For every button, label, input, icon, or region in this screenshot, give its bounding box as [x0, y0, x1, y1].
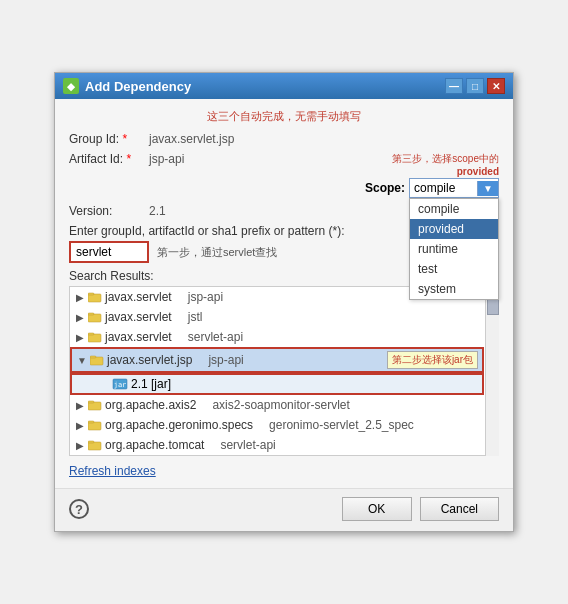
group-id-row: Group Id: * javax.servlet.jsp [69, 132, 499, 146]
dialog-title: Add Dependency [85, 79, 191, 94]
result-item-r4-text: javax.servlet.jsp jsp-api [107, 353, 381, 367]
folder-icon-r5 [88, 399, 102, 411]
result-item-r2-text: javax.servlet jstl [105, 310, 480, 324]
search-input[interactable] [69, 241, 149, 263]
result-item-org-apache-geronimo[interactable]: ▶ org.apache.geronimo.specs geronimo-ser… [70, 415, 484, 435]
scope-option-system[interactable]: system [410, 279, 498, 299]
artifact-id-required: * [126, 152, 131, 166]
version-label: Version: [69, 204, 149, 218]
expand-icon-r1: ▶ [74, 291, 86, 303]
svg-rect-1 [88, 293, 94, 295]
jar-item-2-1[interactable]: jar 2.1 [jar] [70, 373, 484, 395]
expand-icon-r3: ▶ [74, 331, 86, 343]
refresh-indexes-link[interactable]: Refresh indexes [69, 464, 156, 478]
dialog-icon: ◆ [63, 78, 79, 94]
folder-icon-r7 [88, 439, 102, 451]
dialog-body: 这三个自动完成，无需手动填写 Group Id: * javax.servlet… [55, 99, 513, 488]
footer: ? OK Cancel [55, 488, 513, 531]
search-hint: 第一步，通过servlet查找 [157, 245, 277, 260]
scope-option-compile[interactable]: compile [410, 199, 498, 219]
svg-rect-3 [88, 313, 94, 315]
result-item-javax-servlet-jsp-jsp-api[interactable]: ▼ javax.servlet.jsp jsp-api 第二步选择该jar包 [70, 347, 484, 373]
footer-buttons: OK Cancel [342, 497, 499, 521]
folder-icon-r6 [88, 419, 102, 431]
auto-fill-hint: 这三个自动完成，无需手动填写 [69, 109, 499, 124]
svg-rect-13 [88, 421, 94, 423]
scrollbar[interactable] [485, 286, 499, 456]
scope-option-provided[interactable]: provided [410, 219, 498, 239]
result-item-r5-text: org.apache.axis2 axis2-soapmonitor-servl… [105, 398, 480, 412]
result-item-javax-servlet-jstl[interactable]: ▶ javax.servlet jstl [70, 307, 484, 327]
svg-text:jar: jar [114, 381, 127, 389]
annotation-step2: 第二步选择该jar包 [387, 351, 478, 369]
artifact-id-label: Artifact Id: * [69, 152, 149, 166]
folder-icon-r2 [88, 311, 102, 323]
ok-button[interactable]: OK [342, 497, 412, 521]
result-item-org-apache-tomcat[interactable]: ▶ org.apache.tomcat servlet-api [70, 435, 484, 455]
expand-icon-r7: ▶ [74, 439, 86, 451]
folder-icon-r1 [88, 291, 102, 303]
scope-panel: 第三步，选择scope中的 provided Scope: compile ▼ … [365, 152, 499, 198]
svg-rect-15 [88, 441, 94, 443]
artifact-id-value: jsp-api [149, 152, 355, 166]
expand-icon-r5: ▶ [74, 399, 86, 411]
svg-rect-7 [90, 356, 96, 358]
result-item-org-apache-axis2[interactable]: ▶ org.apache.axis2 axis2-soapmonitor-ser… [70, 395, 484, 415]
svg-rect-5 [88, 333, 94, 335]
scope-option-test[interactable]: test [410, 259, 498, 279]
result-item-javax-servlet-servlet-api[interactable]: ▶ javax.servlet servlet-api [70, 327, 484, 347]
result-item-r6-text: org.apache.geronimo.specs geronimo-servl… [105, 418, 480, 432]
cancel-button[interactable]: Cancel [420, 497, 499, 521]
scope-option-runtime[interactable]: runtime [410, 239, 498, 259]
title-bar: ◆ Add Dependency — □ ✕ [55, 73, 513, 99]
results-wrapper: ▶ javax.servlet jsp-api ▶ [69, 286, 499, 456]
svg-rect-11 [88, 401, 94, 403]
scope-dropdown-button[interactable]: compile ▼ [409, 178, 499, 198]
scope-selected-value: compile [410, 179, 477, 197]
expand-icon-r2: ▶ [74, 311, 86, 323]
scope-hint: 第三步，选择scope中的 provided [392, 152, 499, 178]
help-button[interactable]: ? [69, 499, 89, 519]
scope-dropdown-container: compile ▼ compile provided runtime test … [409, 178, 499, 198]
minimize-button[interactable]: — [445, 78, 463, 94]
result-item-r3-text: javax.servlet servlet-api [105, 330, 480, 344]
scope-dropdown-menu: compile provided runtime test system [409, 198, 499, 300]
folder-icon-r4 [90, 354, 104, 366]
expand-icon-r4: ▼ [76, 354, 88, 366]
group-id-label: Group Id: * [69, 132, 149, 146]
dropdown-arrow-icon: ▼ [477, 181, 498, 196]
result-item-r7-text: org.apache.tomcat servlet-api [105, 438, 480, 452]
title-controls: — □ ✕ [445, 78, 505, 94]
folder-icon-r3 [88, 331, 102, 343]
group-id-required: * [122, 132, 127, 146]
jar-icon: jar [112, 378, 128, 390]
scope-row: Scope: compile ▼ compile provided runtim… [365, 178, 499, 198]
scope-label: Scope: [365, 181, 405, 195]
artifact-id-row: Artifact Id: * jsp-api [69, 152, 355, 166]
close-button[interactable]: ✕ [487, 78, 505, 94]
jar-text: 2.1 [jar] [131, 377, 171, 391]
maximize-button[interactable]: □ [466, 78, 484, 94]
expand-icon-r6: ▶ [74, 419, 86, 431]
add-dependency-dialog: ◆ Add Dependency — □ ✕ 这三个自动完成，无需手动填写 Gr… [54, 72, 514, 532]
group-id-value: javax.servlet.jsp [149, 132, 499, 146]
title-bar-left: ◆ Add Dependency [63, 78, 191, 94]
results-list[interactable]: ▶ javax.servlet jsp-api ▶ [69, 286, 499, 456]
